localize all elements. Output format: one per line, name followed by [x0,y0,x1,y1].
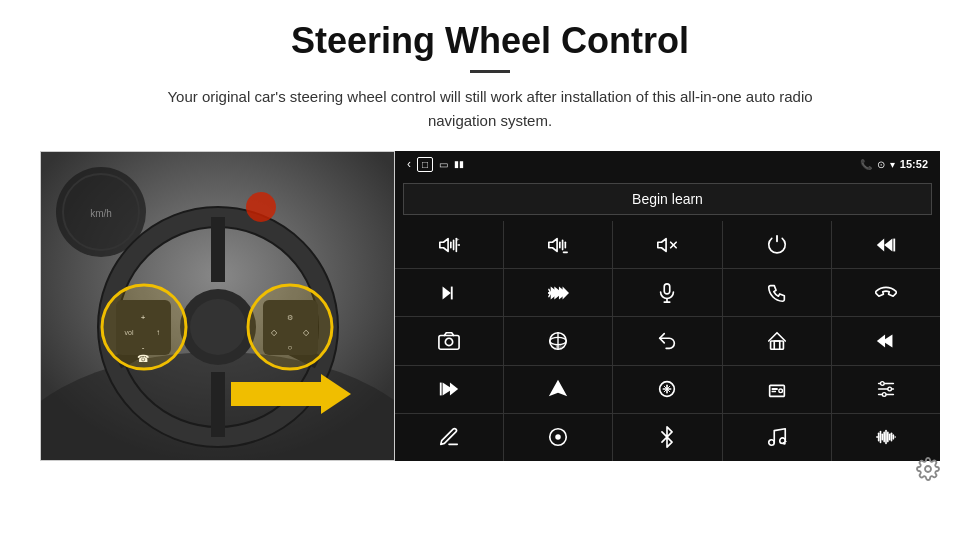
icon-grid: + [395,221,940,461]
back-button[interactable] [613,317,721,364]
svg-rect-78 [771,388,777,390]
begin-learn-button[interactable]: Begin learn [403,183,932,215]
svg-rect-44 [893,238,895,251]
svg-point-10 [190,299,246,355]
svg-marker-39 [658,238,666,251]
360-view-button[interactable]: 360° [504,317,612,364]
location-icon: ⊙ [877,159,885,170]
svg-point-59 [445,338,452,345]
camera-button[interactable] [395,317,503,364]
title-section: Steering Wheel Control Your original car… [40,20,940,133]
navigate-button[interactable] [504,366,612,413]
vol-up-button[interactable]: + [395,221,503,268]
svg-text:+: + [456,236,459,242]
home-nav-icon[interactable]: □ [417,157,433,172]
svg-text:360°: 360° [556,345,564,349]
svg-rect-79 [771,391,776,392]
edit-button[interactable] [395,414,503,461]
status-left: ‹ □ ▭ ▮▮ [407,157,464,172]
settings-gear-icon [916,457,940,481]
home-button[interactable] [723,317,831,364]
waveform-button[interactable] [832,414,940,461]
svg-rect-69 [440,383,442,396]
status-right: 📞 ⊙ ▾ 15:52 [860,158,928,170]
svg-point-84 [888,387,892,391]
settings-gear-container[interactable] [916,457,940,485]
svg-line-91 [783,442,786,443]
begin-learn-bar: Begin learn [395,177,940,221]
recent-nav-icon[interactable]: ▭ [439,159,448,170]
page-title: Steering Wheel Control [40,20,940,62]
svg-marker-70 [549,380,567,397]
bottom-bar [40,461,940,485]
skip-back-button[interactable] [832,317,940,364]
skip-forward-button[interactable] [395,366,503,413]
next-track-button[interactable] [395,269,503,316]
svg-point-88 [768,440,774,446]
svg-text:km/h: km/h [90,208,112,219]
phone-call-button[interactable] [723,269,831,316]
circle-dot-button[interactable] [504,414,612,461]
svg-marker-45 [443,286,451,299]
vol-mute-button[interactable] [613,221,721,268]
bluetooth-button[interactable] [613,414,721,461]
svg-marker-34 [549,238,557,251]
svg-point-77 [779,389,783,393]
vol-down-button[interactable] [504,221,612,268]
wifi-icon: ▾ [890,159,895,170]
svg-marker-54 [563,286,569,299]
music-settings-button[interactable] [723,414,831,461]
power-button[interactable] [723,221,831,268]
page-subtitle: Your original car's steering wheel contr… [140,85,840,133]
svg-point-87 [556,435,562,441]
phone-status-icon: 📞 [860,159,872,170]
radio-button[interactable] [723,366,831,413]
svg-point-85 [882,393,886,397]
svg-marker-43 [877,238,884,251]
equalizer-button[interactable] [613,366,721,413]
svg-rect-55 [665,284,671,294]
content-row: + vol - ↑ ☎ ⚙ ◇ ○ ◇ [40,151,940,461]
hang-up-button[interactable] [832,269,940,316]
fast-forward-button[interactable] [504,269,612,316]
svg-marker-66 [877,335,885,348]
signal-icon: ▮▮ [454,159,464,169]
title-divider [470,70,510,73]
android-statusbar: ‹ □ ▭ ▮▮ 📞 ⊙ ▾ 15:52 [395,151,940,177]
settings-sliders-button[interactable] [832,366,940,413]
svg-point-83 [880,382,884,386]
svg-marker-68 [450,383,458,396]
svg-point-27 [246,192,276,222]
svg-point-103 [925,466,931,472]
svg-rect-64 [770,341,783,349]
svg-point-23 [248,285,332,369]
svg-rect-46 [451,286,453,299]
svg-marker-42 [884,238,892,251]
svg-point-22 [102,285,186,369]
status-time: 15:52 [900,158,928,170]
page-container: Steering Wheel Control Your original car… [0,0,980,495]
svg-marker-28 [440,238,448,251]
back-nav-icon[interactable]: ‹ [407,157,411,171]
prev-track-button[interactable] [832,221,940,268]
android-panel: ‹ □ ▭ ▮▮ 📞 ⊙ ▾ 15:52 Begin learn [395,151,940,461]
mic-button[interactable] [613,269,721,316]
car-image: + vol - ↑ ☎ ⚙ ◇ ○ ◇ [40,151,395,461]
